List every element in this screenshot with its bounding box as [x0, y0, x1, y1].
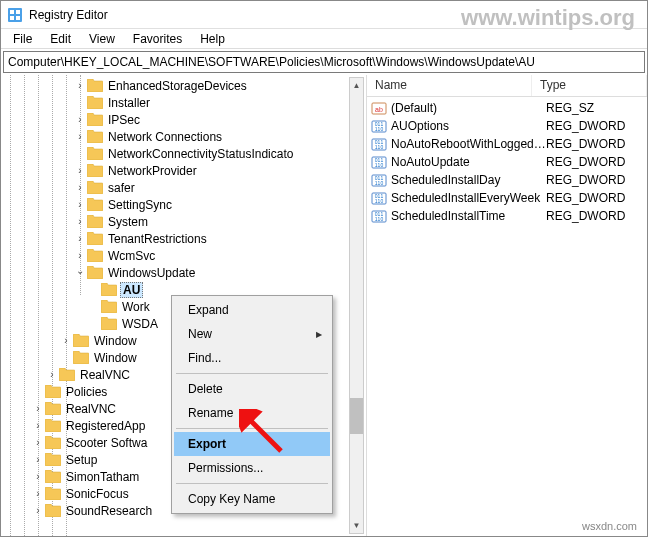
expand-icon[interactable]: ›: [73, 199, 87, 210]
expand-icon[interactable]: ›: [73, 250, 87, 261]
expand-icon[interactable]: ›: [31, 437, 45, 448]
list-row[interactable]: 011110NoAutoUpdateREG_DWORD: [367, 153, 647, 171]
folder-icon: [87, 181, 103, 194]
menubar: File Edit View Favorites Help: [1, 29, 647, 49]
expand-icon[interactable]: ›: [73, 131, 87, 142]
tree-label: WcmSvc: [106, 249, 157, 263]
expand-icon[interactable]: ›: [45, 369, 59, 380]
value-name: ScheduledInstallTime: [391, 209, 546, 223]
list-row[interactable]: 011110AUOptionsREG_DWORD: [367, 117, 647, 135]
tree-item[interactable]: ›NetworkProvider: [3, 162, 366, 179]
reg-dword-icon: 011110: [371, 136, 387, 152]
value-type: REG_DWORD: [546, 119, 625, 133]
menu-file[interactable]: File: [5, 30, 40, 48]
ctx-copy[interactable]: Copy Key Name: [174, 487, 330, 511]
expand-icon[interactable]: ›: [31, 403, 45, 414]
folder-icon: [87, 147, 103, 160]
tree-label: Setup: [64, 453, 99, 467]
titlebar: Registry Editor: [1, 1, 647, 29]
folder-icon: [101, 300, 117, 313]
ctx-find[interactable]: Find...: [174, 346, 330, 370]
reg-sz-icon: ab: [371, 100, 387, 116]
expand-icon[interactable]: ›: [31, 420, 45, 431]
tree-label: NetworkConnectivityStatusIndicato: [106, 147, 295, 161]
svg-rect-3: [10, 16, 14, 20]
reg-dword-icon: 011110: [371, 208, 387, 224]
tree-label: EnhancedStorageDevices: [106, 79, 249, 93]
collapse-icon[interactable]: ⌄: [73, 265, 87, 276]
ctx-delete[interactable]: Delete: [174, 377, 330, 401]
list-row[interactable]: 011110ScheduledInstallDayREG_DWORD: [367, 171, 647, 189]
value-type: REG_DWORD: [546, 209, 625, 223]
tree-item[interactable]: ›SettingSync: [3, 196, 366, 213]
svg-text:110: 110: [375, 126, 384, 132]
ctx-export[interactable]: Export: [174, 432, 330, 456]
scroll-up-icon[interactable]: ▲: [350, 78, 363, 93]
scroll-thumb[interactable]: [350, 398, 363, 434]
tree-label: Scooter Softwa: [64, 436, 149, 450]
tree-label: Work: [120, 300, 152, 314]
value-name: NoAutoUpdate: [391, 155, 546, 169]
address-bar[interactable]: Computer\HKEY_LOCAL_MACHINE\SOFTWARE\Pol…: [3, 51, 645, 73]
tree-label: Policies: [64, 385, 109, 399]
ctx-permissions[interactable]: Permissions...: [174, 456, 330, 480]
tree-item[interactable]: ›WcmSvc: [3, 247, 366, 264]
ctx-new[interactable]: New: [174, 322, 330, 346]
reg-dword-icon: 011110: [371, 118, 387, 134]
tree-item[interactable]: ›IPSec: [3, 111, 366, 128]
tree-item[interactable]: ⌄WindowsUpdate: [3, 264, 366, 281]
no-icon: ·: [73, 148, 87, 159]
tree-label: SimonTatham: [64, 470, 141, 484]
menu-edit[interactable]: Edit: [42, 30, 79, 48]
expand-icon[interactable]: ›: [31, 488, 45, 499]
folder-icon: [87, 113, 103, 126]
list-row[interactable]: 011110ScheduledInstallEveryWeekREG_DWORD: [367, 189, 647, 207]
folder-icon: [45, 470, 61, 483]
svg-text:110: 110: [375, 162, 384, 168]
expand-icon[interactable]: ›: [31, 505, 45, 516]
address-text: Computer\HKEY_LOCAL_MACHINE\SOFTWARE\Pol…: [8, 55, 535, 69]
list-row[interactable]: 011110ScheduledInstallTimeREG_DWORD: [367, 207, 647, 225]
menu-help[interactable]: Help: [192, 30, 233, 48]
no-icon: ·: [73, 97, 87, 108]
tree-scrollbar[interactable]: ▲ ▼: [349, 77, 364, 534]
tree-item[interactable]: ·NetworkConnectivityStatusIndicato: [3, 145, 366, 162]
folder-icon: [59, 368, 75, 381]
expand-icon[interactable]: ›: [31, 454, 45, 465]
no-icon: ·: [87, 318, 101, 329]
tree-item[interactable]: ›EnhancedStorageDevices: [3, 77, 366, 94]
col-name[interactable]: Name: [367, 75, 532, 96]
tree-item[interactable]: ›TenantRestrictions: [3, 230, 366, 247]
tree-label: System: [106, 215, 150, 229]
expand-icon[interactable]: ›: [59, 335, 73, 346]
expand-icon[interactable]: ›: [73, 114, 87, 125]
ctx-rename[interactable]: Rename: [174, 401, 330, 425]
menu-favorites[interactable]: Favorites: [125, 30, 190, 48]
scroll-down-icon[interactable]: ▼: [350, 518, 363, 533]
tree-item[interactable]: ·Installer: [3, 94, 366, 111]
tree-label: AU: [120, 282, 143, 298]
list-row[interactable]: 011110NoAutoRebootWithLoggedOnU...REG_DW…: [367, 135, 647, 153]
col-type[interactable]: Type: [532, 75, 647, 96]
ctx-expand[interactable]: Expand: [174, 298, 330, 322]
reg-dword-icon: 011110: [371, 172, 387, 188]
ctx-sep: [176, 373, 328, 374]
expand-icon[interactable]: ›: [73, 182, 87, 193]
tree-item[interactable]: ›System: [3, 213, 366, 230]
folder-icon: [101, 283, 117, 296]
expand-icon[interactable]: ›: [73, 233, 87, 244]
tree-item[interactable]: ›safer: [3, 179, 366, 196]
value-type: REG_DWORD: [546, 173, 625, 187]
expand-icon[interactable]: ›: [73, 216, 87, 227]
tree-item[interactable]: ›Network Connections: [3, 128, 366, 145]
list-row[interactable]: ab(Default)REG_SZ: [367, 99, 647, 117]
list-pane[interactable]: Name Type ab(Default)REG_SZ011110AUOptio…: [367, 75, 647, 536]
context-menu: Expand New Find... Delete Rename Export …: [171, 295, 333, 514]
menu-view[interactable]: View: [81, 30, 123, 48]
expand-icon[interactable]: ›: [73, 80, 87, 91]
folder-icon: [73, 334, 89, 347]
svg-rect-1: [10, 10, 14, 14]
expand-icon[interactable]: ›: [73, 165, 87, 176]
expand-icon[interactable]: ›: [31, 471, 45, 482]
no-icon: ·: [31, 386, 45, 397]
